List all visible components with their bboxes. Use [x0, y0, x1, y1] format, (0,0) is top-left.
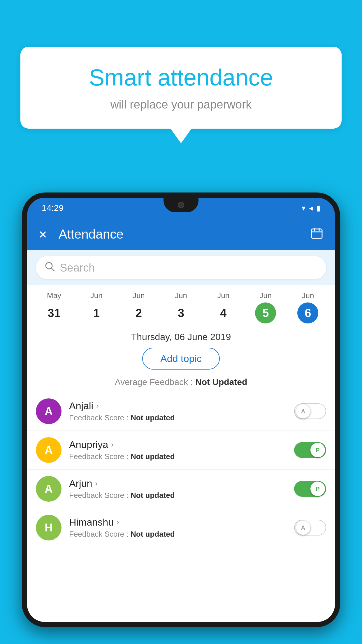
student-info: Himanshu ›Feedback Score : Not updated	[69, 517, 294, 539]
calendar-day-1[interactable]: Jun1	[75, 291, 117, 323]
student-avatar: A	[36, 437, 61, 463]
svg-rect-0	[312, 229, 322, 238]
cal-month-label: May	[47, 291, 61, 300]
speech-bubble-container: Smart attendance will replace your paper…	[20, 47, 342, 143]
chevron-icon: ›	[95, 479, 98, 488]
calendar-day-31[interactable]: May31	[33, 291, 75, 323]
student-feedback: Feedback Score : Not updated	[69, 452, 294, 461]
toggle-knob: A	[296, 520, 310, 535]
cal-month-label: Jun	[133, 291, 145, 300]
student-info: Anjali ›Feedback Score : Not updated	[69, 400, 294, 422]
student-feedback: Feedback Score : Not updated	[69, 530, 294, 539]
feedback-value: Not updated	[131, 452, 175, 461]
speech-bubble-tail	[171, 129, 191, 143]
add-topic-container: Add topic	[27, 345, 335, 375]
add-topic-button[interactable]: Add topic	[142, 348, 220, 370]
wifi-icon: ▾	[302, 204, 305, 213]
status-icons: ▾ ◂ ▮	[302, 204, 320, 213]
app-toolbar: × Attendance	[27, 218, 335, 250]
chevron-icon: ›	[111, 440, 114, 449]
student-info: Anupriya ›Feedback Score : Not updated	[69, 439, 294, 461]
cal-month-label: Jun	[217, 291, 229, 300]
student-item-arjun[interactable]: AArjun ›Feedback Score : Not updatedP	[27, 470, 335, 508]
avg-feedback-label: Average Feedback :	[115, 377, 193, 387]
feedback-value: Not updated	[131, 413, 175, 422]
calendar-day-6[interactable]: Jun6	[287, 291, 329, 323]
attendance-toggle[interactable]: A	[294, 403, 326, 419]
calendar-day-2[interactable]: Jun2	[117, 291, 160, 323]
cal-day-number: 4	[213, 302, 234, 323]
phone-wrapper: 14:29 ▾ ◂ ▮ × Attendance	[22, 192, 340, 644]
cal-month-label: Jun	[90, 291, 103, 300]
cal-day-number: 6	[297, 302, 318, 323]
calendar-day-4[interactable]: Jun4	[202, 291, 245, 323]
calendar-row: May31Jun1Jun2Jun3Jun4Jun5Jun6	[27, 285, 335, 326]
status-time: 14:29	[42, 203, 64, 213]
bubble-title: Smart attendance	[44, 64, 318, 91]
student-feedback: Feedback Score : Not updated	[69, 413, 294, 422]
feedback-value: Not updated	[131, 530, 175, 538]
bubble-subtitle: will replace your paperwork	[44, 98, 318, 111]
toolbar-title: Attendance	[59, 227, 310, 242]
student-feedback: Feedback Score : Not updated	[69, 491, 294, 500]
close-button[interactable]: ×	[39, 226, 47, 242]
feedback-value: Not updated	[131, 491, 175, 500]
student-item-anupriya[interactable]: AAnupriya ›Feedback Score : Not updatedP	[27, 431, 335, 470]
date-label: Thursday, 06 June 2019	[27, 326, 335, 345]
student-name: Himanshu ›	[69, 517, 294, 528]
cal-day-number: 2	[128, 302, 149, 323]
student-name: Anjali ›	[69, 400, 294, 412]
toggle-knob: A	[296, 404, 310, 419]
notch	[164, 198, 198, 212]
student-avatar: A	[36, 398, 61, 424]
cal-month-label: Jun	[259, 291, 272, 300]
cal-day-number: 3	[171, 302, 191, 323]
calendar-icon[interactable]	[310, 227, 323, 242]
toggle-knob: P	[310, 482, 325, 496]
phone: 14:29 ▾ ◂ ▮ × Attendance	[22, 192, 340, 627]
cal-month-label: Jun	[302, 291, 314, 300]
student-name: Arjun ›	[69, 478, 294, 489]
cal-day-number: 31	[44, 302, 65, 323]
avg-feedback-value: Not Updated	[195, 377, 247, 387]
toggle-knob: P	[310, 443, 325, 457]
search-bar[interactable]: Search	[36, 256, 326, 279]
speech-bubble: Smart attendance will replace your paper…	[20, 47, 342, 129]
search-container: Search	[27, 250, 335, 285]
cal-month-label: Jun	[175, 291, 187, 300]
battery-icon: ▮	[316, 204, 320, 213]
calendar-day-3[interactable]: Jun3	[160, 291, 202, 323]
student-list: AAnjali ›Feedback Score : Not updatedAAA…	[27, 392, 335, 622]
attendance-toggle[interactable]: A	[294, 520, 326, 536]
app-screen: × Attendance	[27, 218, 335, 622]
student-avatar: A	[36, 476, 61, 502]
student-item-himanshu[interactable]: HHimanshu ›Feedback Score : Not updatedA	[27, 508, 335, 547]
attendance-toggle[interactable]: P	[294, 442, 326, 458]
calendar-day-5[interactable]: Jun5	[245, 291, 287, 323]
student-avatar: H	[36, 515, 61, 540]
cal-day-number: 5	[255, 302, 276, 323]
signal-icon: ◂	[309, 204, 313, 213]
chevron-icon: ›	[96, 401, 99, 410]
student-name: Anupriya ›	[69, 439, 294, 450]
chevron-icon: ›	[117, 518, 119, 527]
svg-line-5	[51, 268, 54, 271]
search-icon	[45, 261, 55, 274]
status-bar: 14:29 ▾ ◂ ▮	[27, 198, 335, 218]
cal-day-number: 1	[86, 302, 107, 323]
student-item-anjali[interactable]: AAnjali ›Feedback Score : Not updatedA	[27, 392, 335, 431]
student-info: Arjun ›Feedback Score : Not updated	[69, 478, 294, 500]
attendance-toggle[interactable]: P	[294, 481, 326, 497]
camera-dot	[178, 202, 184, 208]
search-input[interactable]: Search	[60, 262, 95, 274]
avg-feedback: Average Feedback : Not Updated	[27, 375, 335, 392]
